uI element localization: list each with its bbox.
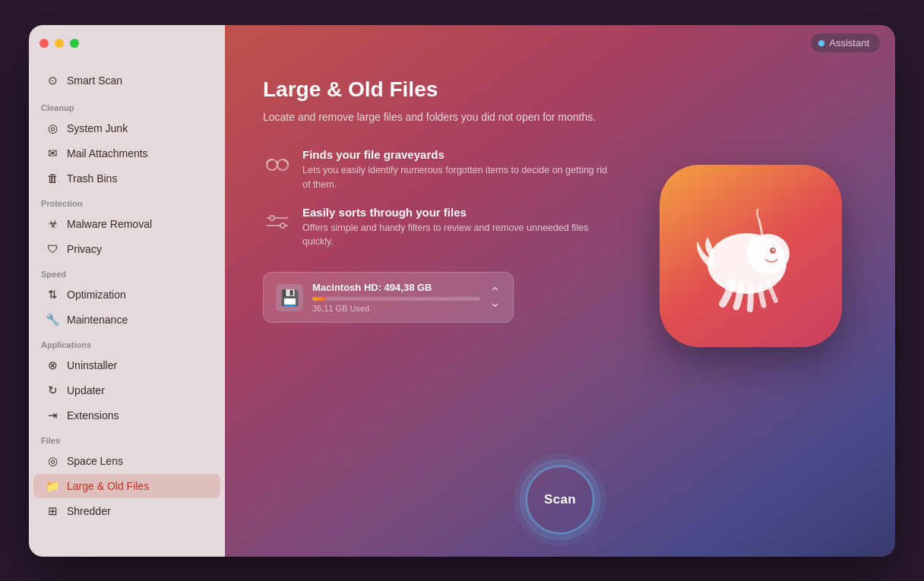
feature-icon-filter (263, 207, 292, 236)
sidebar-item-label: Maintenance (67, 314, 128, 326)
feature-desc-sorts: Offers simple and handy filters to revie… (302, 221, 614, 250)
page-title: Large & Old Files (263, 77, 614, 103)
sidebar-item-extensions[interactable]: ⇥ Extensions (33, 403, 220, 428)
updater-icon: ↻ (46, 384, 59, 397)
sidebar-section-files: Files (29, 428, 225, 448)
feature-desc-graveyards: Lets you easily identify numerous forgot… (302, 163, 614, 192)
sidebar-item-smart-scan[interactable]: ⊙ Smart Scan (33, 68, 220, 93)
drive-progress-bar (312, 297, 480, 301)
sidebar-section-speed: Speed (29, 262, 225, 282)
sidebar-item-maintenance[interactable]: 🔧 Maintenance (33, 308, 220, 332)
app-icon (660, 165, 842, 347)
assistant-status-dot (818, 40, 824, 46)
feature-item-graveyards: Finds your file graveyards Lets you easi… (263, 148, 614, 192)
svg-point-11 (773, 248, 775, 251)
drive-name: Macintosh HD: 494,38 GB (312, 282, 480, 293)
scan-label: Scan (544, 492, 576, 507)
sidebar-item-space-lens[interactable]: ◎ Space Lens (33, 449, 220, 473)
sidebar-item-label: Extensions (67, 409, 119, 422)
shredder-icon: ⊞ (46, 504, 59, 518)
feature-title-sorts: Easily sorts through your files (302, 206, 614, 219)
sidebar-section-protection: Protection (29, 191, 225, 211)
main-body: Large & Old Files Locate and remove larg… (225, 62, 895, 450)
sidebar-section-cleanup: Cleanup (29, 96, 225, 115)
extensions-icon: ⇥ (46, 409, 59, 422)
feature-text: Easily sorts through your files Offers s… (302, 206, 614, 250)
folder-icon: 📁 (46, 479, 59, 493)
sidebar-item-system-junk[interactable]: ◎ System Junk (33, 116, 220, 141)
sidebar-item-updater[interactable]: ↻ Updater (33, 378, 220, 403)
minimize-button[interactable] (55, 39, 64, 48)
app-window: ⊙ Smart Scan Cleanup ◎ System Junk ✉ Mai… (29, 25, 895, 557)
sidebar-item-uninstaller[interactable]: ⊗ Uninstaller (33, 353, 220, 377)
assistant-button[interactable]: Assistant (811, 33, 880, 52)
sidebar-item-label: Privacy (67, 243, 102, 255)
sidebar-titlebar (29, 25, 225, 62)
sidebar-item-privacy[interactable]: 🛡 Privacy (33, 237, 220, 261)
drive-selector[interactable]: 💾 Macintosh HD: 494,38 GB 36,11 GB Used … (263, 272, 514, 323)
sidebar: ⊙ Smart Scan Cleanup ◎ System Junk ✉ Mai… (29, 25, 225, 557)
feature-text: Finds your file graveyards Lets you easi… (302, 148, 614, 192)
sidebar-item-label: Space Lens (67, 455, 123, 467)
maximize-button[interactable] (70, 39, 79, 48)
sidebar-item-label: Updater (67, 384, 105, 396)
main-titlebar: Assistant (225, 25, 895, 62)
sidebar-item-optimization[interactable]: ⇅ Optimization (33, 283, 220, 307)
content-left: Large & Old Files Locate and remove larg… (263, 77, 614, 435)
optimization-icon: ⇅ (46, 288, 59, 302)
feature-icon-glasses (263, 150, 292, 178)
sidebar-item-label: Optimization (67, 289, 126, 301)
sidebar-item-label: Shredder (67, 505, 111, 517)
drive-used-label: 36,11 GB Used (312, 304, 480, 313)
malware-icon: ☣ (46, 217, 59, 231)
sidebar-item-label: Uninstaller (67, 359, 117, 371)
svg-point-3 (280, 223, 285, 228)
sidebar-item-shredder[interactable]: ⊞ Shredder (33, 499, 220, 523)
space-lens-icon: ◎ (46, 454, 59, 468)
sidebar-item-label: Mail Attachments (67, 147, 148, 159)
uninstaller-icon: ⊗ (46, 358, 59, 372)
mail-icon: ✉ (46, 147, 59, 160)
sidebar-item-trash-bins[interactable]: 🗑 Trash Bins (33, 166, 220, 191)
assistant-label: Assistant (829, 37, 869, 49)
sidebar-item-large-old-files[interactable]: 📁 Large & Old Files (33, 474, 220, 498)
scan-button[interactable]: Scan (526, 466, 594, 534)
svg-point-2 (270, 216, 274, 220)
close-button[interactable] (40, 39, 49, 48)
smart-scan-icon: ⊙ (46, 74, 59, 87)
system-junk-icon: ◎ (46, 122, 59, 135)
main-content: Assistant Large & Old Files Locate and r… (225, 25, 895, 557)
sidebar-item-mail-attachments[interactable]: ✉ Mail Attachments (33, 141, 220, 166)
sidebar-content: ⊙ Smart Scan Cleanup ◎ System Junk ✉ Mai… (29, 62, 225, 557)
privacy-icon: 🛡 (46, 242, 59, 256)
feature-title-graveyards: Finds your file graveyards (302, 148, 614, 161)
scan-area: Scan (225, 450, 895, 557)
sidebar-item-label: Malware Removal (67, 218, 152, 230)
sidebar-item-label: Smart Scan (67, 74, 122, 87)
sidebar-item-label: System Junk (67, 122, 128, 134)
sidebar-item-label: Large & Old Files (67, 480, 149, 492)
trash-icon: 🗑 (46, 172, 59, 185)
drive-progress-fill (312, 297, 326, 301)
drive-info: Macintosh HD: 494,38 GB 36,11 GB Used (312, 282, 480, 313)
whale-illustration (686, 191, 815, 320)
page-subtitle: Locate and remove large files and folder… (263, 109, 614, 125)
content-right (644, 77, 857, 435)
sidebar-item-label: Trash Bins (67, 172, 117, 185)
feature-item-sorts: Easily sorts through your files Offers s… (263, 206, 614, 250)
sidebar-item-malware-removal[interactable]: ☣ Malware Removal (33, 212, 220, 236)
chevron-updown-icon: ⌃ ⌄ (489, 288, 501, 307)
feature-list: Finds your file graveyards Lets you easi… (263, 148, 614, 249)
maintenance-icon: 🔧 (46, 313, 59, 327)
drive-icon: 💾 (276, 284, 303, 311)
sidebar-section-applications: Applications (29, 333, 225, 352)
